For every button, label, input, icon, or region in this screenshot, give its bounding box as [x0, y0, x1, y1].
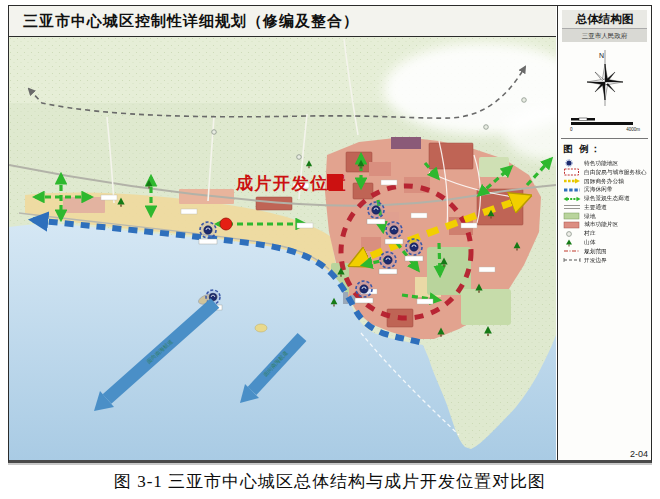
annotation-marker-box — [327, 174, 343, 190]
legend: 图 例： 特色功能地区 自由贸易与城市服务核心 国际商务办公轴 滨海休闲带 — [563, 143, 648, 265]
gray-dash-line-icon — [563, 256, 581, 264]
legend-label: 规划范围 — [584, 247, 607, 256]
map-area: 面向南海航道 面向南海航道 成片开发位置 — [9, 37, 556, 460]
sidebar-divider — [561, 138, 648, 139]
legend-label: 主要通道 — [584, 203, 607, 212]
legend-label: 开发边界 — [584, 256, 607, 265]
legend-label: 自由贸易与城市服务核心 — [584, 168, 647, 177]
legend-item: 开发边界 — [563, 256, 648, 265]
plan-sheet: 三亚市中心城区控制性详细规划（修编及整合） — [8, 5, 652, 463]
legend-item: 规划范围 — [563, 247, 648, 256]
agency-name: 三亚市人民政府 — [562, 29, 647, 42]
legend-label: 村庄 — [584, 230, 595, 239]
development-site-dot — [220, 218, 232, 230]
blue-dash-band-icon — [563, 186, 581, 194]
legend-item: 滨海休闲带 — [563, 185, 648, 194]
annotation-group: 成片开发位置 — [235, 174, 347, 193]
red-dashdot-line-icon — [563, 247, 581, 255]
scanned-plan-page: 三亚市中心城区控制性详细规划（修编及整合） — [0, 0, 660, 499]
sidebar: 总体结构图 三亚市人民政府 N — [557, 6, 651, 460]
legend-label: 绿色景观生态廊道 — [584, 194, 630, 203]
legend-heading: 图 例： — [563, 143, 648, 156]
legend-item: 主要通道 — [563, 203, 648, 212]
figure-caption: 图 3-1 三亚市中心城区总体结构与成片开发位置对比图 — [0, 470, 660, 493]
yellow-dashed-arrow-icon — [563, 177, 581, 185]
village-circle-icon — [563, 230, 581, 238]
legend-item: 城市功能片区 — [563, 221, 648, 230]
legend-item: 国际商务办公轴 — [563, 177, 648, 186]
legend-item: 绿色景观生态廊道 — [563, 194, 648, 203]
north-arrow-icon: N — [565, 48, 645, 112]
legend-label: 滨海休闲带 — [584, 186, 613, 195]
pink-fill-icon — [563, 221, 581, 229]
west-town-block — [63, 197, 105, 213]
legend-label: 山体 — [584, 238, 595, 247]
map-canvas: 面向南海航道 面向南海航道 成片开发位置 — [9, 37, 556, 460]
legend-item: 自由贸易与城市服务核心 — [563, 168, 648, 177]
page-number: 2-04 — [630, 449, 648, 459]
green-fill-icon — [563, 212, 581, 220]
svg-text:0: 0 — [570, 127, 573, 132]
red-dashed-box-icon — [563, 168, 581, 176]
legend-label: 国际商务办公轴 — [584, 177, 624, 186]
page-title: 三亚市中心城区控制性详细规划（修编及整合） — [9, 6, 556, 35]
title-bar: 三亚市中心城区控制性详细规划（修编及整合） — [9, 6, 556, 37]
legend-label: 城市功能片区 — [584, 221, 618, 230]
green-dashed-arrow-icon — [563, 195, 581, 203]
svg-text:N: N — [599, 52, 604, 59]
map-sheet-title: 总体结构图 — [562, 10, 647, 29]
double-line-icon — [563, 203, 581, 211]
tree-icon — [563, 239, 581, 247]
legend-label: 特色功能地区 — [584, 159, 618, 168]
svg-text:4000m: 4000m — [626, 127, 640, 132]
legend-item: 特色功能地区 — [563, 159, 648, 168]
small-island — [255, 324, 267, 332]
legend-item: 山体 — [563, 238, 648, 247]
blue-circle-icon — [563, 159, 581, 167]
scale-bar: 0 4000m — [568, 114, 642, 132]
legend-item: 村庄 — [563, 229, 648, 238]
legend-label: 绿地 — [584, 212, 595, 221]
